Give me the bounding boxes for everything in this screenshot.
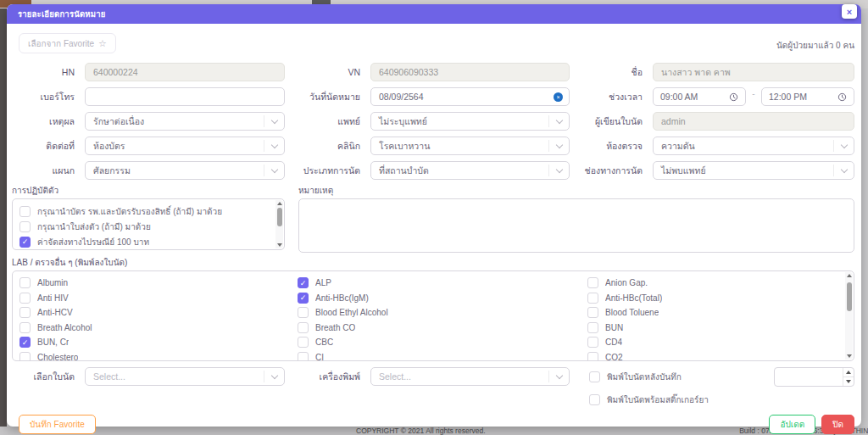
contact-label: ติดต่อที่ — [12, 139, 85, 153]
scroll-up-icon[interactable] — [847, 274, 852, 277]
chevron-down-icon — [548, 140, 569, 152]
checkbox[interactable] — [298, 352, 309, 361]
lab-list-box: AlbuminAnti HIVAnti-HCVBreath Alcohol✓BU… — [12, 270, 854, 361]
instructions-list-box: กรุณานำบัตร รพ.และบัตรรับรองสิทธิ์ (ถ้าม… — [12, 198, 285, 250]
writer-field — [653, 112, 854, 131]
checkbox[interactable] — [19, 322, 31, 333]
print-after-save-checkbox[interactable] — [589, 371, 600, 382]
lab-grid: AlbuminAnti HIVAnti-HCVBreath Alcohol✓BU… — [19, 276, 840, 361]
checkbox[interactable] — [587, 307, 598, 318]
printer-select[interactable]: Select... — [370, 367, 570, 386]
lab-item-label: Cholestero — [37, 353, 78, 361]
channel-label: ช่องทางการนัด — [570, 164, 653, 178]
scroll-thumb[interactable] — [277, 208, 282, 226]
checkbox[interactable] — [298, 337, 309, 348]
patient-name-field — [653, 63, 854, 81]
checkbox[interactable]: ✓ — [298, 277, 309, 288]
lab-item: BUN — [587, 321, 840, 336]
lab-item-label: CD4 — [605, 337, 622, 347]
reason-select[interactable]: รักษาต่อเนื่อง — [85, 112, 285, 131]
copies-stepper[interactable] — [774, 367, 854, 387]
stepper-up-icon[interactable] — [843, 368, 854, 377]
background-sidebar-sliver — [0, 8, 7, 427]
lab-item-label: CBC — [315, 337, 333, 347]
print-with-sticker-checkbox[interactable] — [589, 394, 600, 405]
checkbox[interactable] — [19, 221, 31, 232]
end-time-field[interactable]: 12:00 PM — [761, 87, 854, 106]
instruction-item: กรุณานำใบส่งตัว (ถ้ามี) มาด้วย — [19, 219, 270, 234]
checkbox[interactable] — [19, 307, 31, 318]
close-button[interactable]: ปิด — [821, 415, 854, 434]
reason-value: รักษาต่อเนื่อง — [93, 114, 144, 129]
checkbox[interactable] — [19, 206, 31, 217]
appointment-type-value: ที่สถานบำบัด — [379, 164, 429, 178]
lab-item-label: Blood Ethyl Alcohol — [315, 308, 388, 317]
stepper-down-icon[interactable] — [843, 377, 854, 386]
scroll-up-icon[interactable] — [277, 202, 282, 205]
phone-field[interactable] — [85, 87, 285, 106]
checkbox[interactable] — [298, 307, 309, 318]
note-textarea[interactable] — [298, 198, 854, 253]
chevron-down-icon — [833, 140, 854, 152]
appointment-form: HN VN ชื่อ เบอร์โทร วั — [12, 63, 854, 180]
time-separator: - — [746, 89, 761, 98]
checkbox[interactable] — [19, 277, 31, 288]
lab-column: Anion Gap.Anti-HBc(Total)Blood TolueneBU… — [587, 276, 840, 361]
contact-select[interactable]: ห้องบัตร — [85, 137, 285, 155]
save-favorite-button[interactable]: บันทึก Favorite — [19, 415, 96, 434]
copies-input[interactable] — [775, 368, 841, 386]
department-select[interactable]: ศัลยกรรม — [85, 161, 285, 180]
hn-label: HN — [12, 67, 85, 77]
doctor-select[interactable]: ไม่ระบุแพทย์ — [370, 112, 570, 131]
checkbox[interactable]: ✓ — [19, 337, 31, 348]
instruction-item: กรุณานำบัตร รพ.และบัตรรับรองสิทธิ์ (ถ้าม… — [19, 204, 270, 219]
instruction-item-label: ค่าจัดส่งทางไปรษณีย์ 100 บาท — [37, 236, 149, 248]
chevron-down-icon — [264, 115, 284, 127]
exam-room-value: ความดัน — [661, 139, 695, 153]
checkbox[interactable] — [587, 337, 598, 348]
clinic-select[interactable]: โรคเบาหวาน — [370, 137, 570, 155]
scroll-down-icon[interactable] — [847, 354, 852, 358]
instructions-label: การปฏิบัติตัว — [12, 186, 285, 196]
scrollbar[interactable] — [275, 200, 283, 248]
checkbox[interactable] — [587, 293, 598, 304]
note-label: หมายเหตุ — [298, 186, 854, 196]
close-icon[interactable]: × — [842, 4, 857, 19]
lab-item: CI — [298, 350, 587, 362]
select-favorite-button[interactable]: เลือกจาก Favorite ☆ — [19, 33, 116, 53]
lab-item: ✓Anti-HBc(IgM) — [298, 291, 587, 306]
channel-select[interactable]: ไม่พบแพทย์ — [653, 161, 854, 180]
lab-item-label: Anti-HCV — [37, 308, 73, 317]
appointment-type-select[interactable]: ที่สถานบำบัด — [370, 161, 570, 180]
vn-label: VN — [285, 67, 370, 77]
scroll-thumb[interactable] — [847, 282, 852, 311]
clock-icon — [837, 92, 847, 102]
checkbox[interactable] — [587, 277, 598, 288]
clear-date-icon[interactable]: × — [554, 92, 563, 102]
checkbox[interactable]: ✓ — [298, 293, 309, 304]
checkbox[interactable] — [19, 293, 31, 304]
checkbox[interactable] — [298, 322, 309, 333]
instruction-item — [19, 249, 270, 250]
doctor-value: ไม่ระบุแพทย์ — [379, 114, 427, 129]
start-time-field[interactable]: 09:00 AM — [653, 87, 746, 106]
checkbox[interactable] — [587, 322, 598, 333]
scrollbar[interactable] — [845, 272, 853, 360]
checkbox[interactable] — [587, 352, 598, 361]
reason-label: เหตุผล — [12, 114, 85, 129]
update-button[interactable]: อัปเดต — [769, 415, 815, 434]
checkbox[interactable]: ✓ — [19, 237, 31, 248]
department-value: ศัลยกรรม — [93, 164, 131, 178]
lab-item: Anti-HBc(Total) — [587, 291, 840, 306]
checkbox[interactable] — [19, 352, 31, 361]
lab-item: Blood Ethyl Alcohol — [298, 305, 587, 321]
lab-item: ✓ALP — [298, 276, 587, 291]
appointment-date-field[interactable]: 08/09/2564 × — [370, 87, 570, 106]
lab-item: CO2 — [587, 350, 840, 362]
chevron-down-icon — [548, 371, 569, 382]
scroll-down-icon[interactable] — [277, 243, 282, 247]
exam-room-select[interactable]: ความดัน — [653, 137, 854, 155]
lab-item-label: Breath CO — [315, 323, 355, 332]
print-with-sticker-label: พิมพ์ใบนัดพร้อมสติ๊กเกอร์ยา — [607, 393, 709, 406]
slip-select[interactable]: Select... — [85, 367, 285, 386]
